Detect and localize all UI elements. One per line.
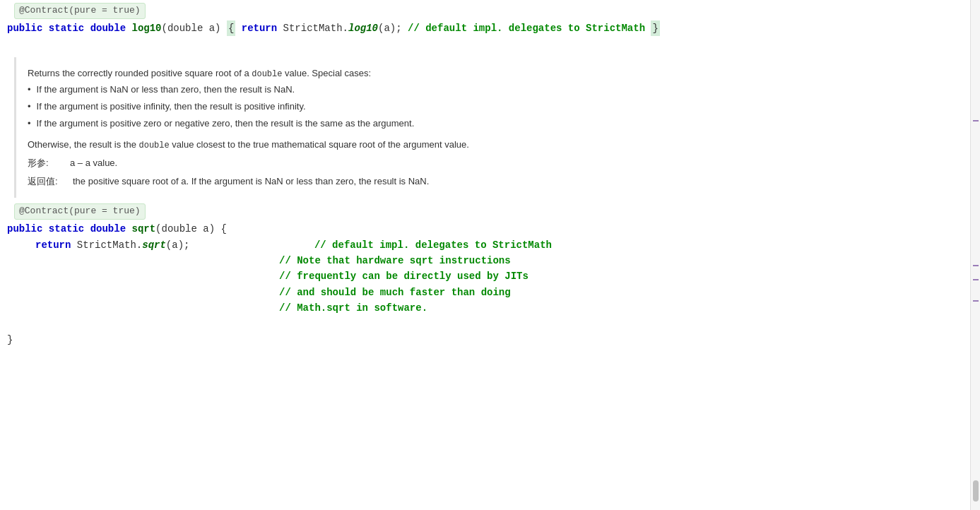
log10-italic: log10 bbox=[348, 20, 378, 36]
doc-bullet-2: If the argument is positive infinity, th… bbox=[28, 99, 952, 114]
code-area: @Contract(pure = true) public static dou… bbox=[0, 0, 970, 510]
code-line-log10: public static double log10 (double a) { … bbox=[0, 20, 970, 36]
scrollbar-mark-2 bbox=[973, 265, 979, 266]
main-container: @Contract(pure = true) public static dou… bbox=[0, 0, 980, 510]
doc-otherwise-text: Otherwise, the result is the bbox=[28, 139, 139, 150]
scrollbar-mark-1 bbox=[973, 120, 979, 121]
method-name-sqrt: sqrt bbox=[131, 221, 155, 237]
annotation-line-2: @Contract(pure = true) bbox=[0, 203, 970, 220]
brace-open-1: { bbox=[227, 20, 235, 36]
scrollbar-thumb[interactable] bbox=[973, 480, 979, 502]
code-line-comment-math: // Math.sqrt in software. bbox=[0, 300, 970, 316]
brace-close-1: } bbox=[651, 20, 659, 36]
doc-param-label: 形参: bbox=[28, 155, 70, 171]
arg-log10: (a); bbox=[378, 20, 402, 36]
doc-return-label: 返回值: bbox=[28, 174, 70, 189]
param-log10: (double a) bbox=[162, 20, 221, 36]
scrollbar-mark-3 bbox=[973, 279, 979, 280]
blank-2 bbox=[0, 316, 970, 332]
kw-double-2: double bbox=[90, 221, 126, 237]
code-line-sqrt-decl: public static double sqrt (double a) { bbox=[0, 221, 970, 237]
comment-sqrt-5: // Math.sqrt in software. bbox=[279, 300, 427, 316]
doc-return-value: the positive square root of a. If the ar… bbox=[73, 174, 429, 189]
annotation-line-1: @Contract(pure = true) bbox=[0, 0, 970, 19]
doc-intro-text: Returns the correctly rounded positive s… bbox=[28, 68, 252, 78]
scrollbar-marks bbox=[970, 0, 980, 510]
comment-sqrt-1: // default impl. delegates to StrictMath bbox=[314, 237, 552, 253]
scrollbar[interactable] bbox=[970, 0, 980, 510]
doc-otherwise: Otherwise, the result is the double valu… bbox=[28, 137, 952, 153]
doc-code-double: double bbox=[252, 69, 282, 79]
doc-intro-text2: value. Special cases: bbox=[282, 68, 371, 78]
brace-close-main: } bbox=[7, 332, 13, 348]
comment-sqrt-3: // frequently can be directly used by JI… bbox=[279, 268, 529, 284]
kw-double-1: double bbox=[90, 20, 126, 36]
kw-public-1: public bbox=[7, 20, 42, 36]
doc-code-double2: double bbox=[139, 141, 170, 150]
doc-bullet-1-text: If the argument is NaN or less than zero… bbox=[37, 82, 295, 97]
doc-otherwise-text2: value closest to the true mathematical s… bbox=[170, 139, 469, 150]
kw-return-2: return bbox=[35, 237, 71, 253]
strictmath-2: StrictMath. bbox=[77, 237, 142, 253]
kw-return-1: return bbox=[242, 20, 277, 36]
arg-sqrt: (a); bbox=[166, 237, 190, 253]
doc-return-row: 返回值: the positive square root of a. If t… bbox=[28, 174, 952, 189]
kw-static-1: static bbox=[49, 20, 84, 36]
kw-public-2: public bbox=[7, 221, 42, 237]
doc-bullet-3: If the argument is positive zero or nega… bbox=[28, 116, 952, 131]
code-line-comment-freq: // frequently can be directly used by JI… bbox=[0, 268, 970, 284]
brace-sqrt: { bbox=[221, 221, 227, 237]
code-line-comment-and: // and should be much faster than doing bbox=[0, 285, 970, 300]
doc-param-value: a – a value. bbox=[70, 155, 117, 171]
param-sqrt: (double a) bbox=[155, 221, 215, 237]
code-line-return-sqrt: return StrictMath.sqrt(a); // default im… bbox=[0, 237, 970, 253]
doc-bullet-1: If the argument is NaN or less than zero… bbox=[28, 82, 952, 97]
doc-intro: Returns the correctly rounded positive s… bbox=[28, 66, 952, 81]
comment-sqrt-4: // and should be much faster than doing bbox=[279, 285, 511, 300]
code-line-comment-note: // Note that hardware sqrt instructions bbox=[0, 253, 970, 268]
method-name-log10: log10 bbox=[131, 20, 161, 36]
doc-bullet-3-text: If the argument is positive zero or nega… bbox=[37, 116, 415, 131]
doc-box-sqrt: Returns the correctly rounded positive s… bbox=[14, 57, 963, 198]
blank-1 bbox=[0, 36, 970, 52]
annotation-badge-1: @Contract(pure = true) bbox=[14, 3, 146, 19]
scrollbar-mark-4 bbox=[973, 300, 979, 302]
comment-sqrt-2: // Note that hardware sqrt instructions bbox=[279, 253, 511, 268]
comment-log10: // default impl. delegates to StrictMath bbox=[408, 20, 645, 36]
strictmath-1: StrictMath. bbox=[283, 20, 348, 36]
sqrt-italic: sqrt bbox=[142, 237, 166, 253]
code-line-close: } bbox=[0, 332, 970, 348]
annotation-badge-2: @Contract(pure = true) bbox=[14, 203, 146, 220]
doc-bullet-2-text: If the argument is positive infinity, th… bbox=[37, 99, 306, 114]
kw-static-2: static bbox=[49, 221, 84, 237]
doc-param-row: 形参: a – a value. bbox=[28, 155, 952, 171]
